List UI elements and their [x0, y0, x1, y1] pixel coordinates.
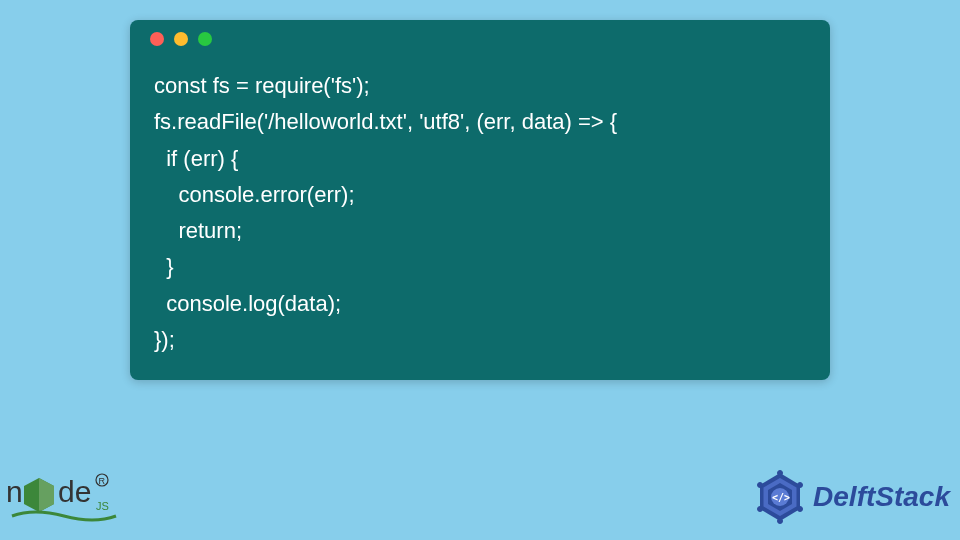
- svg-text:JS: JS: [96, 500, 109, 512]
- code-line: });: [154, 327, 175, 352]
- delftstack-logo: </> DelftStack: [753, 470, 950, 524]
- nodejs-logo: n de R JS: [4, 460, 124, 532]
- code-block: const fs = require('fs'); fs.readFile('/…: [130, 58, 830, 380]
- svg-marker-2: [39, 478, 54, 512]
- code-line: console.log(data);: [154, 291, 341, 316]
- maximize-icon[interactable]: [198, 32, 212, 46]
- code-line: if (err) {: [154, 146, 238, 171]
- delftstack-icon: </>: [753, 470, 807, 524]
- minimize-icon[interactable]: [174, 32, 188, 46]
- window-titlebar: [130, 20, 830, 58]
- code-line: fs.readFile('/helloworld.txt', 'utf8', (…: [154, 109, 617, 134]
- svg-text:</>: </>: [772, 492, 790, 503]
- close-icon[interactable]: [150, 32, 164, 46]
- svg-point-16: [758, 507, 763, 512]
- svg-point-15: [778, 519, 783, 524]
- code-line: console.error(err);: [154, 182, 355, 207]
- code-line: }: [154, 254, 174, 279]
- code-line: const fs = require('fs');: [154, 73, 370, 98]
- svg-point-17: [758, 483, 763, 488]
- svg-text:de: de: [58, 475, 91, 508]
- code-line: return;: [154, 218, 242, 243]
- svg-text:n: n: [6, 475, 23, 508]
- code-window: const fs = require('fs'); fs.readFile('/…: [130, 20, 830, 380]
- svg-point-14: [798, 507, 803, 512]
- svg-point-13: [798, 483, 803, 488]
- svg-point-12: [778, 471, 783, 476]
- delftstack-text: DelftStack: [813, 481, 950, 513]
- svg-text:R: R: [99, 476, 106, 486]
